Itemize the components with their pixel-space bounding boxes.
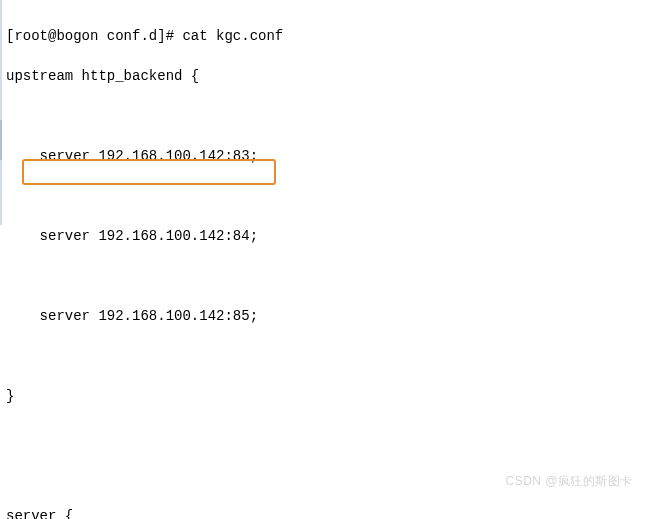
- blank-line: [6, 346, 651, 366]
- config-line: }: [6, 386, 651, 406]
- config-line: server 192.168.100.142:84;: [6, 226, 651, 246]
- blank-line: [6, 186, 651, 206]
- highlighted-config-line: server 192.168.100.142:85;: [6, 306, 651, 326]
- terminal[interactable]: [root@bogon conf.d]# cat kgc.conf upstre…: [0, 0, 651, 519]
- blank-line: [6, 466, 651, 486]
- config-line: upstream http_backend {: [6, 66, 651, 86]
- config-line: server 192.168.100.142:83;: [6, 146, 651, 166]
- config-line: server {: [6, 506, 651, 519]
- blank-line: [6, 266, 651, 286]
- blank-line: [6, 426, 651, 446]
- blank-line: [6, 106, 651, 126]
- prompt-line: [root@bogon conf.d]# cat kgc.conf: [6, 26, 651, 46]
